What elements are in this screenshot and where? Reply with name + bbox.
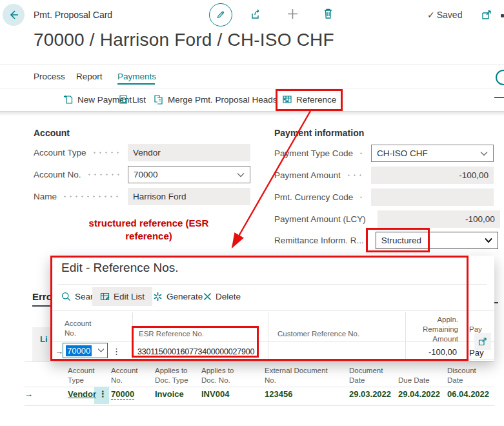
payment-amount-value: -100,00 <box>459 170 489 180</box>
edit-pencil-icon <box>216 10 226 20</box>
col-document-date: Document Date <box>349 363 383 385</box>
add-icon <box>287 8 299 20</box>
trash-icon <box>323 8 334 19</box>
row-bottom-divider <box>25 405 494 406</box>
action-bar-shadow <box>0 112 504 116</box>
menu-payments[interactable]: Payments <box>117 72 156 81</box>
dotted-leader <box>62 196 121 198</box>
payment-amount-field: -100,00 <box>371 167 494 184</box>
chevron-down-icon <box>480 151 488 156</box>
reference-button[interactable]: Reference <box>282 94 336 105</box>
add-button[interactable] <box>287 8 299 20</box>
row-applies-doc-no: INV004 <box>201 389 229 399</box>
col-applies-doc-type: Applies to Doc. Type <box>155 363 188 385</box>
dialog-title: Edit - Reference Nos. <box>61 261 179 275</box>
table-top-divider <box>25 361 494 362</box>
lines-part-header <box>32 327 50 361</box>
remittance-inform-value: Structured <box>381 236 421 245</box>
delete-record-button[interactable] <box>323 8 334 19</box>
account-type-field: Vendor <box>128 144 250 161</box>
payment-section-heading: Payment information <box>274 128 364 138</box>
share-button[interactable] <box>250 8 262 20</box>
open-in-window-icon <box>478 337 487 346</box>
open-in-window-button[interactable] <box>481 9 492 20</box>
dlg-row-ellipsis-menu[interactable]: ⋮ <box>112 347 121 356</box>
expand-row-button[interactable] <box>474 333 491 350</box>
overflow-dash-icon <box>494 97 504 98</box>
reference-label: Reference <box>296 95 336 105</box>
dlg-col-esr-reference-no: ESR Reference No. <box>139 329 204 339</box>
account-no-field[interactable]: 70000 <box>128 166 250 183</box>
pmt-currency-code-field <box>371 188 494 206</box>
dotted-leader <box>92 152 121 154</box>
dlg-col-customer-reference-no: Customer Reference No. <box>277 329 359 339</box>
list-label: List <box>132 95 146 105</box>
row-applies-doc-type: Invoice <box>155 389 184 399</box>
new-payment-icon <box>63 94 74 105</box>
reference-icon <box>282 94 292 105</box>
search-icon <box>61 292 71 301</box>
delete-x-icon <box>203 292 212 301</box>
dialog-toolbar-divider <box>50 310 494 311</box>
payment-type-code-label: Payment Type Code <box>274 148 353 158</box>
lines-tab[interactable]: Li <box>40 334 48 344</box>
name-value: Harrison Ford <box>133 192 186 201</box>
dlg-account-no-input[interactable]: 70000 <box>63 343 108 358</box>
col-applies-doc-no: Applies to Doc. No. <box>201 363 234 385</box>
dotted-leader <box>358 152 365 154</box>
remittance-inform-select[interactable]: Structured <box>376 232 498 249</box>
header-divider <box>0 64 504 65</box>
row-external-doc-no: 123456 <box>265 389 292 399</box>
row-due-date: 29.04.2022 <box>398 389 440 399</box>
errors-tab[interactable]: Erro <box>32 291 52 302</box>
merge-pmt-proposal-heads-button[interactable]: Merge Pmt. Proposal Heads <box>154 94 277 105</box>
esr-annotation-note: structured reference (ESR reference) <box>86 217 212 243</box>
pmt-currency-code-label: Pmt. Currency Code <box>274 192 353 202</box>
saved-indicator: ✓Saved <box>427 10 462 20</box>
payment-amount-label: Payment Amount <box>274 170 341 180</box>
list-button[interactable]: List <box>118 94 146 105</box>
account-no-value: 70000 <box>134 170 158 179</box>
name-label: Name <box>34 192 57 201</box>
dialog-edit-list-label: Edit List <box>114 292 145 301</box>
dialog-generate-label: Generate <box>166 292 203 301</box>
row-account-no-link[interactable]: 70000 <box>111 389 134 400</box>
page-title: 70000 / Harrison Ford / CH-ISO CHF <box>34 30 334 50</box>
back-button[interactable] <box>3 4 25 26</box>
payment-amount-lcy-value: -100,00 <box>465 214 495 224</box>
row-ellipsis-menu[interactable]: ⋮ <box>99 389 107 399</box>
list-icon <box>118 94 128 105</box>
payment-amount-lcy-label: Payment Amount (LCY) <box>274 214 366 224</box>
menu-report[interactable]: Report <box>76 72 103 81</box>
row-account-type-link[interactable]: Vendor <box>68 389 96 399</box>
generate-icon <box>153 292 163 301</box>
help-circle-icon[interactable] <box>496 70 504 85</box>
dialog-edit-list-button[interactable]: Edit List <box>92 287 152 306</box>
col-external-doc-no: External Document No. <box>265 363 328 385</box>
account-type-label: Account Type <box>34 148 86 157</box>
open-in-window-icon <box>481 9 492 20</box>
dialog-delete-button[interactable]: Delete <box>203 292 241 301</box>
dialog-generate-button[interactable]: Generate <box>153 292 203 301</box>
edit-list-icon <box>100 292 110 301</box>
edit-button[interactable] <box>209 3 232 26</box>
share-icon <box>250 8 262 20</box>
dialog-title-divider <box>58 284 487 285</box>
dlg-col-account-no: Account No. <box>65 319 92 338</box>
menu-process[interactable]: Process <box>34 72 65 81</box>
dlg-header-divider <box>50 341 494 342</box>
col-due-date: Due Date <box>398 363 430 385</box>
dotted-leader <box>86 174 121 176</box>
dlg-esr-reference-cell[interactable]: 330115000160773400000027900 <box>137 347 254 356</box>
payment-type-code-field[interactable]: CH-ISO CHF <box>371 145 494 162</box>
chevron-down-icon <box>97 348 105 353</box>
merge-icon <box>154 94 164 105</box>
row-discount-date: 06.04.2022 <box>447 389 489 399</box>
dotted-leader <box>346 174 365 176</box>
dlg-appln-remaining-amount-cell: -100,00 <box>387 347 457 357</box>
dialog-delete-label: Delete <box>216 292 241 301</box>
col-discount-date: Discount Date <box>447 363 476 385</box>
edge-partial-icon <box>501 14 504 17</box>
col-account-no: Account No. <box>111 363 138 385</box>
payment-amount-lcy-field: -100,00 <box>378 210 500 228</box>
